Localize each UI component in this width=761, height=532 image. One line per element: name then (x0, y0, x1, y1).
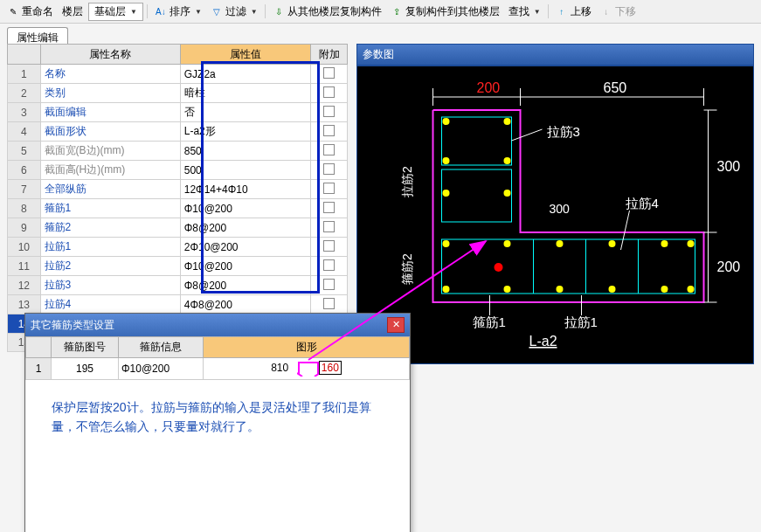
sort-button[interactable]: A↓排序▼ (151, 3, 205, 20)
checkbox-icon[interactable] (323, 163, 335, 175)
prop-value[interactable]: Φ10@200 (180, 257, 310, 276)
property-row[interactable]: 8箍筋1Φ10@200 (8, 199, 348, 218)
property-row[interactable]: 4截面形状L-a2形 (8, 122, 348, 142)
prop-extra[interactable] (311, 84, 348, 103)
stirrup-row[interactable]: 1 195 Φ10@200 810 160 (26, 358, 410, 380)
rename-button[interactable]: ✎重命名 (3, 3, 57, 20)
prop-value[interactable]: Φ8@200 (180, 218, 310, 238)
prop-value[interactable]: 2Φ10@200 (180, 238, 310, 257)
checkbox-icon[interactable] (323, 144, 335, 155)
checkbox-icon[interactable] (323, 67, 335, 79)
svg-point-27 (688, 286, 695, 293)
row-number: 11 (8, 257, 41, 276)
label-lajin3: 拉筋3 (547, 124, 580, 139)
stirrup-shape[interactable]: 810 160 (204, 358, 410, 380)
property-row[interactable]: 7全部纵筋12Φ14+4Φ10 (8, 180, 348, 199)
col-shape[interactable]: 图形 (204, 337, 410, 358)
filter-button[interactable]: ▽过滤▼ (207, 3, 261, 20)
property-row[interactable]: 6截面高(H边)(mm)500 (8, 161, 348, 180)
checkbox-icon[interactable] (323, 106, 335, 117)
base-layer-select[interactable]: 基础层▼ (88, 3, 143, 21)
move-up-button[interactable]: ↑上移 (552, 3, 595, 20)
stirrup-number[interactable]: 195 (52, 358, 119, 380)
prop-extra[interactable] (311, 103, 348, 122)
prop-extra[interactable] (311, 295, 348, 314)
close-button[interactable]: ✕ (387, 317, 405, 333)
prop-extra[interactable] (311, 218, 348, 238)
prop-value[interactable]: Φ10@200 (180, 199, 310, 218)
row-number: 5 (8, 142, 41, 161)
floor-button[interactable]: 楼层 (59, 3, 86, 20)
prop-extra[interactable] (311, 180, 348, 199)
prop-extra[interactable] (311, 257, 348, 276)
label-gujin2: 箍筋2 (400, 253, 414, 285)
checkbox-icon[interactable] (323, 183, 335, 194)
checkbox-icon[interactable] (323, 240, 335, 252)
prop-value[interactable]: L-a2形 (180, 122, 310, 142)
prop-extra[interactable] (311, 65, 348, 84)
copy-to-button[interactable]: ⇪复制构件到其他楼层 (387, 3, 503, 20)
copy-from-icon: ⇩ (273, 5, 285, 17)
sort-icon: A↓ (155, 5, 167, 17)
prop-value[interactable]: GJZ2a (180, 65, 310, 84)
property-row[interactable]: 3截面编辑否 (8, 103, 348, 122)
prop-extra[interactable] (311, 122, 348, 142)
prop-extra[interactable] (311, 199, 348, 218)
property-row[interactable]: 12拉筋3Φ8@200 (8, 276, 348, 295)
checkbox-icon[interactable] (323, 279, 335, 290)
stirrup-info[interactable]: Φ10@200 (119, 358, 204, 380)
col-extra[interactable]: 附加 (311, 45, 348, 65)
prop-extra[interactable] (311, 142, 348, 161)
checkbox-icon[interactable] (323, 125, 335, 136)
shape-dim2: 160 (319, 361, 342, 375)
prop-value[interactable]: 500 (180, 161, 310, 180)
property-row[interactable]: 2类别暗柱 (8, 84, 348, 103)
svg-point-18 (557, 240, 564, 247)
row-number: 2 (8, 84, 41, 103)
prop-extra[interactable] (311, 238, 348, 257)
svg-rect-5 (442, 169, 512, 222)
prop-value[interactable]: 850 (180, 142, 310, 161)
property-row[interactable]: 11拉筋2Φ10@200 (8, 257, 348, 276)
arrow-down-icon: ↓ (600, 5, 612, 17)
prop-value[interactable]: 否 (180, 103, 310, 122)
row-number: 13 (8, 295, 41, 314)
copy-from-button[interactable]: ⇩从其他楼层复制构件 (269, 3, 385, 20)
dim-300b: 300 (550, 202, 571, 216)
col-name[interactable]: 属性名称 (40, 45, 180, 65)
prop-value[interactable]: 暗柱 (180, 84, 310, 103)
checkbox-icon[interactable] (323, 259, 335, 271)
find-button[interactable]: 查找▼ (505, 3, 544, 20)
checkbox-icon[interactable] (323, 221, 335, 232)
row-number: 10 (8, 238, 41, 257)
prop-name: 拉筋2 (40, 257, 180, 276)
svg-point-26 (661, 286, 668, 293)
prop-extra[interactable] (311, 161, 348, 180)
col-stirrup-num[interactable]: 箍筋图号 (52, 337, 119, 358)
col-value[interactable]: 属性值 (180, 45, 310, 65)
prop-extra[interactable] (311, 276, 348, 295)
property-row[interactable]: 9箍筋2Φ8@200 (8, 218, 348, 238)
prop-value[interactable]: Φ8@200 (180, 276, 310, 295)
checkbox-icon[interactable] (323, 202, 335, 213)
col-stirrup-info[interactable]: 箍筋信息 (119, 337, 204, 358)
row-number: 12 (8, 276, 41, 295)
prop-value[interactable]: 12Φ14+4Φ10 (180, 180, 310, 199)
prop-value[interactable]: 4Φ8@200 (180, 295, 310, 314)
checkbox-icon[interactable] (323, 86, 335, 98)
svg-point-20 (661, 240, 668, 247)
property-row[interactable]: 10拉筋12Φ10@200 (8, 238, 348, 257)
svg-rect-4 (442, 117, 512, 165)
copy-to-icon: ⇪ (391, 5, 403, 17)
diagram-panel-title: 参数图 (356, 44, 754, 66)
prop-name: 截面编辑 (40, 103, 180, 122)
property-row[interactable]: 1名称GJZ2a (8, 65, 348, 84)
svg-point-14 (443, 190, 450, 197)
svg-point-13 (504, 157, 511, 164)
property-row[interactable]: 13拉筋44Φ8@200 (8, 295, 348, 314)
svg-rect-6 (442, 239, 695, 294)
arrow-up-icon: ↑ (556, 5, 568, 17)
shape-dim1: 810 (271, 362, 288, 374)
property-row[interactable]: 5截面宽(B边)(mm)850 (8, 142, 348, 161)
checkbox-icon[interactable] (323, 298, 335, 309)
